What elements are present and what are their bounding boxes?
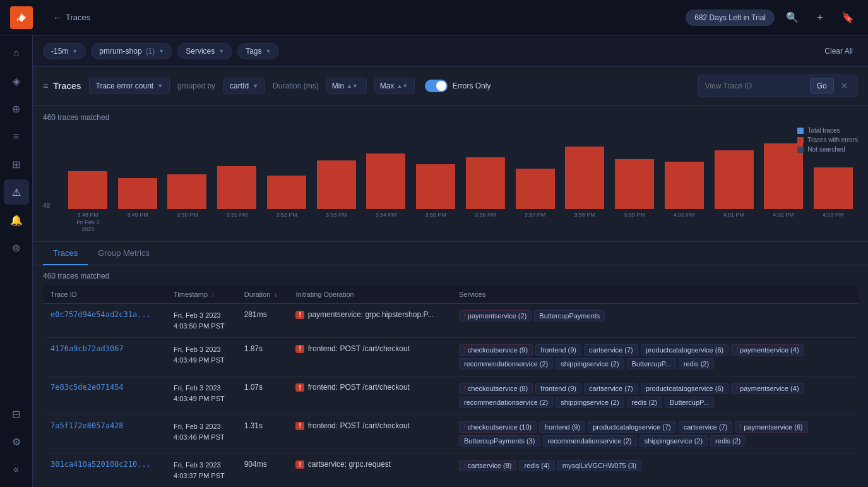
back-arrow-icon: ← [53, 13, 62, 23]
trial-badge: 682 Days Left in Trial [686, 9, 775, 26]
splunk-logo [10, 6, 33, 29]
back-button[interactable]: ← Traces [48, 10, 95, 25]
back-label: Traces [66, 13, 90, 22]
logo-area [10, 6, 40, 29]
top-bar: ← Traces 682 Days Left in Trial 🔍 ＋ 🔖 [0, 0, 868, 35]
add-icon[interactable]: ＋ [810, 8, 830, 28]
bookmark-icon[interactable]: 🔖 [838, 8, 858, 28]
search-icon[interactable]: 🔍 [782, 8, 802, 28]
